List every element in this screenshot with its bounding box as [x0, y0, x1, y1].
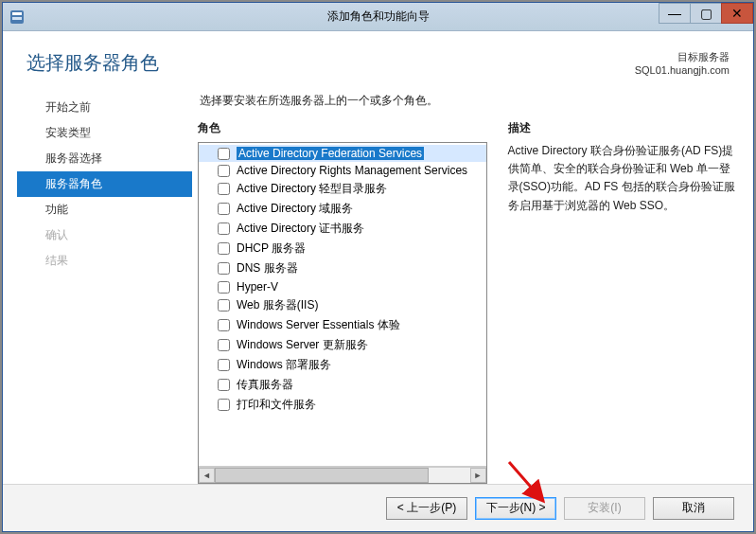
role-item[interactable]: DNS 服务器 — [199, 258, 486, 278]
role-checkbox[interactable] — [218, 262, 230, 275]
destination-label: 目标服务器 — [635, 50, 730, 64]
main-row: 开始之前安装类型服务器选择服务器角色功能确认结果 选择要安装在所选服务器上的一个… — [17, 93, 739, 484]
role-item[interactable]: DHCP 服务器 — [199, 239, 486, 258]
role-checkbox[interactable] — [218, 339, 230, 351]
page-title: 选择服务器角色 — [26, 50, 159, 76]
role-label: DHCP 服务器 — [237, 240, 306, 257]
role-label: Active Directory 域服务 — [237, 201, 353, 217]
role-item[interactable]: Windows Server Essentials 体验 — [199, 315, 486, 335]
role-label: Hyper-V — [237, 280, 278, 294]
role-label: Windows Server Essentials 体验 — [237, 317, 400, 333]
role-item[interactable]: 打印和文件服务 — [199, 395, 486, 415]
description-text: Active Directory 联合身份验证服务(AD FS)提供简单、安全的… — [508, 142, 739, 215]
role-label: Windows Server 更新服务 — [237, 337, 368, 353]
hscroll-left-icon[interactable]: ◄ — [199, 468, 215, 483]
description-column: 描述 Active Directory 联合身份验证服务(AD FS)提供简单、… — [508, 120, 739, 484]
previous-button[interactable]: < 上一步(P) — [386, 497, 467, 520]
destination-box: 目标服务器 SQL01.huangjh.com — [635, 50, 730, 76]
role-label: Windows 部署服务 — [237, 357, 331, 373]
description-header: 描述 — [508, 120, 739, 136]
hscroll-right-icon[interactable]: ► — [470, 468, 486, 483]
role-checkbox[interactable] — [218, 379, 230, 391]
roles-listbox: Active Directory Federation ServicesActi… — [198, 142, 487, 484]
role-item[interactable]: Active Directory Rights Management Servi… — [199, 162, 486, 179]
role-item[interactable]: Windows 部署服务 — [199, 355, 486, 375]
role-checkbox[interactable] — [218, 399, 230, 411]
role-label: Web 服务器(IIS) — [237, 297, 318, 313]
window-title: 添加角色和功能向导 — [327, 9, 430, 25]
maximize-button[interactable]: ▢ — [690, 3, 722, 24]
close-button[interactable]: ✕ — [721, 3, 753, 24]
titlebar: 添加角色和功能向导 — ▢ ✕ — [3, 3, 753, 31]
role-checkbox[interactable] — [218, 203, 230, 215]
install-button: 安装(I) — [564, 497, 645, 520]
role-item[interactable]: Active Directory 域服务 — [199, 199, 486, 219]
role-label: Active Directory 轻型目录服务 — [237, 181, 387, 197]
sidebar-item-step-2[interactable]: 服务器选择 — [17, 146, 192, 171]
sidebar-item-step-4[interactable]: 功能 — [17, 197, 192, 222]
sidebar: 开始之前安装类型服务器选择服务器角色功能确认结果 — [17, 93, 192, 484]
sidebar-item-step-1[interactable]: 安装类型 — [17, 120, 192, 146]
role-checkbox[interactable] — [218, 165, 230, 177]
role-item[interactable]: Active Directory Federation Services — [199, 145, 486, 162]
role-label: Active Directory Federation Services — [237, 147, 424, 160]
role-label: DNS 服务器 — [237, 260, 298, 276]
horizontal-scrollbar[interactable]: ◄ ► — [199, 467, 486, 483]
right-pane: 选择要安装在所选服务器上的一个或多个角色。 角色 Active Director… — [192, 93, 739, 484]
svg-rect-1 — [12, 12, 22, 15]
role-checkbox[interactable] — [218, 299, 230, 312]
role-checkbox[interactable] — [218, 319, 230, 331]
role-checkbox[interactable] — [218, 359, 230, 371]
sidebar-item-step-3[interactable]: 服务器角色 — [17, 171, 192, 197]
instruction-text: 选择要安装在所选服务器上的一个或多个角色。 — [198, 93, 739, 109]
hscroll-track[interactable] — [215, 468, 470, 483]
content-area: 选择服务器角色 目标服务器 SQL01.huangjh.com 开始之前安装类型… — [3, 31, 753, 484]
role-item[interactable]: Hyper-V — [199, 278, 486, 295]
roles-listbox-body: Active Directory Federation ServicesActi… — [199, 143, 486, 467]
role-item[interactable]: Windows Server 更新服务 — [199, 335, 486, 355]
role-label: 打印和文件服务 — [237, 397, 316, 413]
role-checkbox[interactable] — [218, 281, 230, 294]
role-label: Active Directory Rights Management Servi… — [237, 164, 467, 177]
window-controls: — ▢ ✕ — [659, 3, 753, 24]
svg-rect-2 — [12, 17, 22, 20]
role-label: Active Directory 证书服务 — [237, 221, 364, 237]
footer: < 上一步(P) 下一步(N) > 安装(I) 取消 — [3, 484, 753, 531]
app-icon — [9, 9, 26, 26]
columns: 角色 Active Directory Federation ServicesA… — [198, 120, 739, 484]
hscroll-thumb[interactable] — [215, 468, 429, 483]
role-checkbox[interactable] — [218, 222, 230, 235]
cancel-button[interactable]: 取消 — [653, 497, 734, 520]
header-row: 选择服务器角色 目标服务器 SQL01.huangjh.com — [17, 45, 739, 93]
next-button[interactable]: 下一步(N) > — [475, 497, 556, 520]
sidebar-item-step-0[interactable]: 开始之前 — [17, 95, 192, 120]
role-item[interactable]: Web 服务器(IIS) — [199, 295, 486, 315]
role-item[interactable]: 传真服务器 — [199, 375, 486, 395]
sidebar-item-step-6: 结果 — [17, 248, 192, 274]
role-item[interactable]: Active Directory 证书服务 — [199, 219, 486, 239]
minimize-button[interactable]: — — [659, 3, 691, 24]
roles-header: 角色 — [198, 120, 487, 136]
roles-column: 角色 Active Directory Federation ServicesA… — [198, 120, 487, 484]
role-checkbox[interactable] — [218, 242, 230, 255]
sidebar-item-step-5: 确认 — [17, 222, 192, 248]
role-label: 传真服务器 — [237, 377, 293, 393]
wizard-window: 添加角色和功能向导 — ▢ ✕ 选择服务器角色 目标服务器 SQL01.huan… — [2, 2, 754, 532]
destination-server: SQL01.huangjh.com — [635, 64, 730, 76]
role-item[interactable]: Active Directory 轻型目录服务 — [199, 179, 486, 199]
roles-list-scroll[interactable]: Active Directory Federation ServicesActi… — [199, 143, 486, 466]
role-checkbox[interactable] — [218, 183, 230, 195]
role-checkbox[interactable] — [218, 148, 230, 160]
